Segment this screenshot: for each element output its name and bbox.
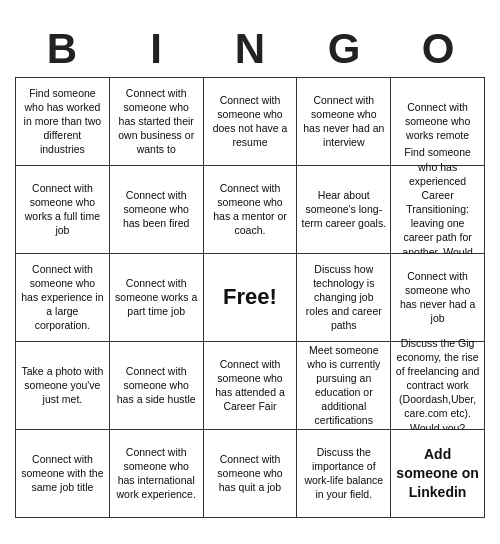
bingo-cell-9[interactable]: Find someone who has experienced Career … [391, 166, 485, 254]
bingo-cell-12[interactable]: Free! [204, 254, 298, 342]
bingo-cell-10[interactable]: Connect with someone who has experience … [16, 254, 110, 342]
bingo-header: B I N G O [15, 26, 485, 72]
bingo-cell-22[interactable]: Connect with someone who has quit a job [204, 430, 298, 518]
bingo-cell-24[interactable]: Add someone on Linkedin [391, 430, 485, 518]
bingo-cell-6[interactable]: Connect with someone who has been fired [110, 166, 204, 254]
bingo-cell-13[interactable]: Discuss how technology is changing job r… [297, 254, 391, 342]
header-n: N [206, 26, 294, 72]
bingo-cell-8[interactable]: Hear about someone's long-term career go… [297, 166, 391, 254]
bingo-cell-5[interactable]: Connect with someone who works a full ti… [16, 166, 110, 254]
bingo-cell-0[interactable]: Find someone who has worked in more than… [16, 78, 110, 166]
bingo-card: B I N G O Find someone who has worked in… [5, 16, 495, 527]
bingo-cell-15[interactable]: Take a photo with someone you've just me… [16, 342, 110, 430]
bingo-cell-1[interactable]: Connect with someone who has started the… [110, 78, 204, 166]
bingo-cell-16[interactable]: Connect with someone who has a side hust… [110, 342, 204, 430]
bingo-cell-18[interactable]: Meet someone who is currently pursuing a… [297, 342, 391, 430]
bingo-cell-21[interactable]: Connect with someone who has internation… [110, 430, 204, 518]
bingo-cell-14[interactable]: Connect with someone who has never had a… [391, 254, 485, 342]
bingo-cell-2[interactable]: Connect with someone who does not have a… [204, 78, 298, 166]
header-b: B [18, 26, 106, 72]
header-i: I [112, 26, 200, 72]
bingo-grid: Find someone who has worked in more than… [15, 77, 485, 518]
header-o: O [394, 26, 482, 72]
bingo-cell-7[interactable]: Connect with someone who has a mentor or… [204, 166, 298, 254]
header-g: G [300, 26, 388, 72]
bingo-cell-20[interactable]: Connect with someone with the same job t… [16, 430, 110, 518]
bingo-cell-17[interactable]: Connect with someone who has attended a … [204, 342, 298, 430]
bingo-cell-19[interactable]: Discuss the Gig economy, the rise of fre… [391, 342, 485, 430]
bingo-cell-23[interactable]: Discuss the importance of work-life bala… [297, 430, 391, 518]
bingo-cell-11[interactable]: Connect with someone works a part time j… [110, 254, 204, 342]
bingo-cell-3[interactable]: Connect with someone who has never had a… [297, 78, 391, 166]
